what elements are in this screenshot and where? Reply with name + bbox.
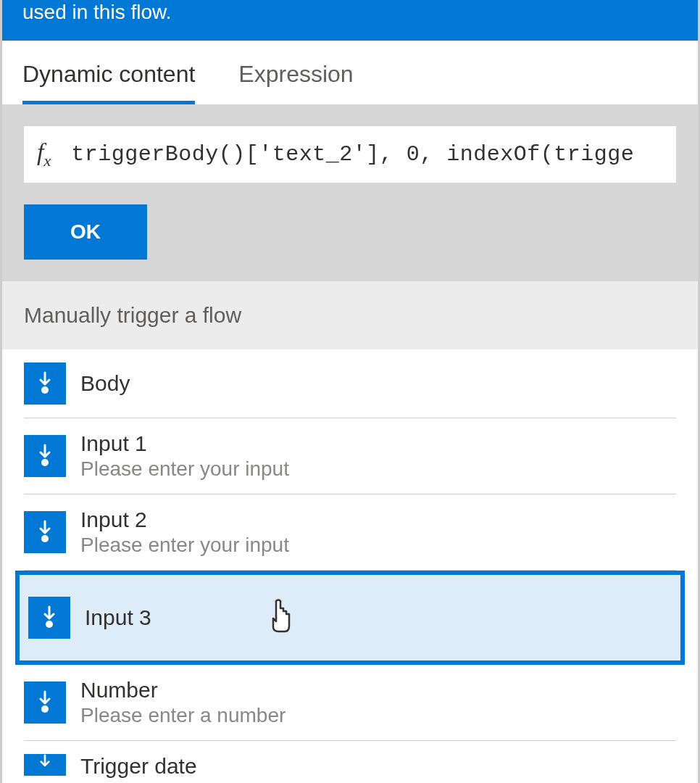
svg-point-3 [46, 621, 53, 628]
item-title: Trigger date [80, 754, 197, 779]
svg-point-2 [41, 535, 49, 542]
item-description: Please enter your input [80, 534, 289, 557]
list-item-trigger-date[interactable]: Trigger date [24, 741, 676, 783]
item-description: Please enter your input [80, 457, 289, 481]
tab-bar: Dynamic content Expression [2, 41, 698, 104]
trigger-icon [24, 362, 66, 405]
trigger-icon [24, 682, 66, 724]
fx-icon: fx [37, 138, 51, 170]
list-item-input-2[interactable]: Input 2 Please enter your input [24, 494, 676, 571]
svg-point-1 [41, 459, 49, 466]
trigger-icon [28, 597, 70, 639]
item-title: Input 1 [80, 431, 289, 456]
item-title: Number [80, 678, 286, 703]
dynamic-content-panel: used in this flow. Dynamic content Expre… [0, 0, 700, 783]
section-header: Manually trigger a flow [2, 281, 698, 349]
list-item-input-1[interactable]: Input 1 Please enter your input [24, 418, 676, 494]
svg-point-0 [41, 386, 49, 394]
tab-dynamic-content[interactable]: Dynamic content [22, 61, 195, 104]
trigger-icon [24, 435, 66, 477]
expression-input[interactable] [71, 142, 663, 167]
dynamic-content-list: Body Input 1 Please enter your input Inp… [2, 349, 698, 783]
item-description: Please enter a number [80, 704, 286, 727]
trigger-icon [24, 511, 66, 553]
banner-text: used in this flow. [22, 1, 171, 23]
list-item-number[interactable]: Number Please enter a number [24, 665, 676, 741]
expression-area: fx OK [2, 104, 698, 281]
item-title: Body [80, 371, 130, 396]
trigger-icon [24, 754, 66, 776]
list-item-input-3[interactable]: Input 3 [15, 571, 685, 665]
item-title: Input 2 [80, 508, 289, 532]
expression-input-wrapper: fx [24, 126, 676, 183]
list-item-body[interactable]: Body [24, 349, 676, 418]
item-title: Input 3 [85, 605, 151, 630]
ok-button[interactable]: OK [24, 204, 147, 260]
tab-expression[interactable]: Expression [238, 61, 353, 104]
svg-point-4 [41, 705, 49, 713]
info-banner: used in this flow. [2, 0, 698, 41]
pointer-cursor-icon [266, 597, 296, 637]
